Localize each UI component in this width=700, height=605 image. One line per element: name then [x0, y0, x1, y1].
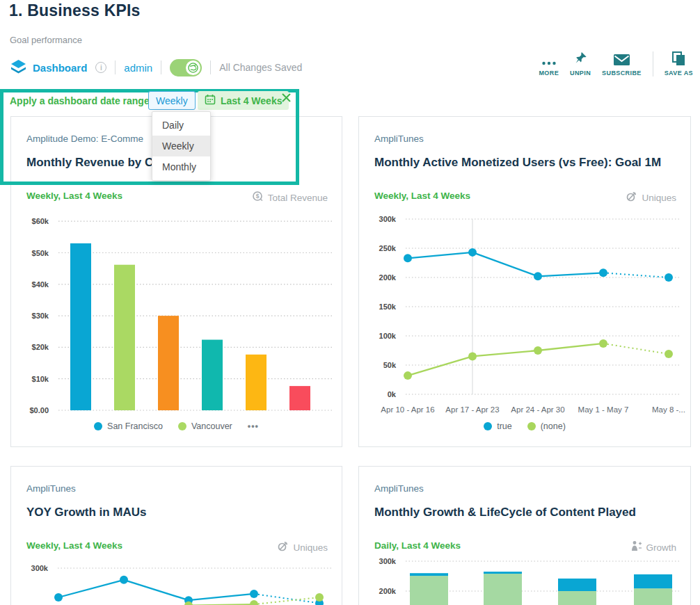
info-icon[interactable]: i — [95, 62, 106, 73]
more-dots-icon — [541, 51, 557, 66]
coin-icon: $ — [252, 191, 264, 204]
toolbar-actions: MORE UNPIN SUBSCRIBE — [539, 51, 693, 76]
svg-text:$30k: $30k — [32, 312, 49, 320]
interval-select-button[interactable]: Weekly — [148, 91, 196, 110]
svg-text:$60k: $60k — [32, 217, 49, 225]
card-title: Monthly Revenue by Cit — [26, 156, 161, 170]
dashboard-link-label: Dashboard — [33, 62, 87, 74]
svg-text:$40k: $40k — [32, 280, 49, 289]
svg-text:200k: 200k — [379, 587, 397, 595]
card-title: YOY Growth in MAUs — [26, 506, 147, 519]
dropdown-option-daily[interactable]: Daily — [152, 115, 210, 136]
copy-icon — [671, 51, 686, 66]
svg-text:300k: 300k — [31, 564, 49, 572]
legend-more[interactable]: ••• — [248, 421, 259, 431]
divider — [161, 60, 161, 74]
dropdown-option-monthly[interactable]: Monthly — [152, 156, 210, 177]
svg-text:100k: 100k — [379, 332, 397, 340]
card-metric: Growth — [631, 540, 676, 554]
pin-icon — [573, 51, 587, 66]
svg-text:May 1 - May 7: May 1 - May 7 — [578, 405, 629, 414]
page-subtitle: Goal performance — [10, 35, 82, 45]
card-monthly-growth-lifecycle: 300k200k AmpliTunes Monthly Growth & Lif… — [358, 466, 691, 605]
card-metric: $ Total Revenue — [252, 191, 328, 204]
card-title: Monthly Growth & LifeCycle of Content Pl… — [374, 506, 636, 519]
svg-text:300k: 300k — [379, 215, 397, 223]
saved-status: All Changes Saved — [219, 62, 302, 73]
interval-dropdown: DailyWeeklyMonthly — [152, 111, 211, 181]
card-yoy-growth-in-maus: 300k AmpliTunes YOY Growth in MAUs Weekl… — [10, 466, 342, 605]
svg-text:Apr 10 - Apr 16: Apr 10 - Apr 16 — [381, 405, 434, 414]
globe-icon — [186, 60, 200, 75]
card-date-range: Weekly, Last 4 Weeks — [374, 191, 470, 201]
unpin-button[interactable]: UNPIN — [570, 51, 591, 76]
svg-text:200k: 200k — [379, 273, 397, 282]
dashboard-meta-row: Dashboard i admin All Changes Saved — [10, 57, 302, 78]
chart-legend: San FranciscoVancouver••• — [11, 421, 342, 431]
card-metric: Uniques — [626, 191, 676, 204]
svg-text:$0.00: $0.00 — [29, 406, 49, 414]
card-metric: Uniques — [277, 540, 328, 554]
date-range-button[interactable]: Last 4 Weeks — [198, 91, 289, 110]
divider — [653, 51, 653, 76]
chart-legend: true(none) — [359, 421, 690, 431]
card-date-range: Weekly, Last 4 Weeks — [26, 191, 122, 201]
svg-text:50k: 50k — [383, 361, 397, 369]
save-as-button[interactable]: SAVE AS — [665, 51, 693, 76]
legend-item[interactable]: true — [484, 421, 512, 431]
page-title: 1. Business KPIs — [9, 1, 141, 20]
svg-text:May 8 -...: May 8 -... — [652, 405, 685, 414]
calendar-icon — [205, 94, 216, 107]
svg-text:Apr 17 - Apr 23: Apr 17 - Apr 23 — [445, 405, 499, 414]
public-toggle[interactable] — [170, 59, 202, 76]
uniques-icon — [626, 191, 637, 204]
layers-icon — [10, 59, 27, 76]
card-source: AmpliTunes — [374, 483, 424, 494]
legend-item[interactable]: (none) — [527, 421, 566, 431]
svg-text:$10k: $10k — [32, 375, 49, 383]
svg-text:250k: 250k — [379, 244, 397, 252]
card-source: AmpliTunes — [26, 483, 76, 494]
svg-text:300k: 300k — [379, 557, 397, 565]
svg-text:$: $ — [255, 193, 259, 200]
card-date-range: Weekly, Last 4 Weeks — [26, 540, 122, 551]
dashboard-screen: 1. Business KPIs Goal performance Dashbo… — [0, 0, 700, 605]
uniques-icon — [277, 540, 289, 554]
svg-text:0k: 0k — [388, 390, 397, 398]
card-source: AmpliTunes — [374, 134, 424, 144]
legend-item[interactable]: San Francisco — [94, 421, 163, 431]
svg-text:$20k: $20k — [32, 343, 49, 351]
dropdown-option-weekly[interactable]: Weekly — [152, 136, 210, 156]
divider — [210, 60, 211, 74]
more-button[interactable]: MORE — [539, 51, 559, 76]
close-icon[interactable] — [281, 92, 292, 106]
envelope-icon — [613, 51, 630, 66]
growth-icon — [631, 540, 642, 554]
owner-link[interactable]: admin — [124, 62, 152, 74]
card-title: Monthly Active Monetized Users (vs Free)… — [374, 156, 661, 170]
subscribe-button[interactable]: SUBSCRIBE — [602, 51, 642, 76]
card-date-range: Daily, Last 4 Weeks — [374, 540, 461, 551]
svg-text:150k: 150k — [379, 302, 397, 311]
svg-text:$50k: $50k — [32, 249, 49, 257]
dashboard-link[interactable]: Dashboard — [10, 59, 87, 76]
card-source: Amplitude Demo: E-Comme — [26, 134, 143, 144]
svg-text:Apr 24 - Apr 30: Apr 24 - Apr 30 — [511, 405, 564, 414]
legend-item[interactable]: Vancouver — [178, 421, 232, 431]
date-range-banner-label: Apply a dashboard date range — [10, 95, 150, 106]
divider — [115, 60, 116, 74]
card-monthly-active-monetized-users: 300k250k200k150k100k50k0kApr 10 - Apr 16… — [358, 116, 691, 447]
